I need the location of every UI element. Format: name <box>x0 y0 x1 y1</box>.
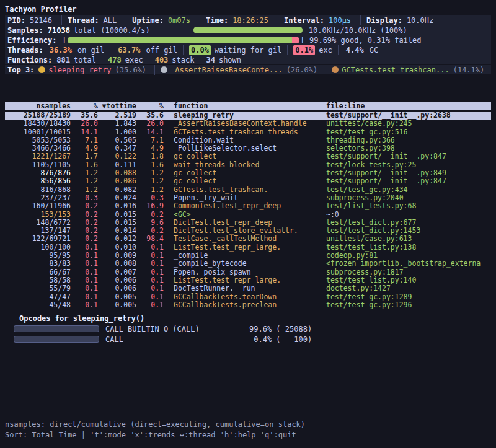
header-file-line[interactable]: file:line <box>326 102 491 110</box>
info-value: 52146 <box>30 15 52 25</box>
tottime-cell: 0.122 <box>98 152 136 160</box>
tottime-cell: 0.111 <box>98 161 136 169</box>
file-line-cell: test/lock_tests.py:25 <box>326 161 491 169</box>
function-table: nsamples % ▼tottime % function file:line… <box>5 102 491 309</box>
cumulative-percent-cell: 0.3 <box>136 194 164 202</box>
cumulative-percent-cell: 9.6 <box>136 219 164 227</box>
file-line-cell: test/test_gc.py:1296 <box>326 301 491 309</box>
function-table-header: nsamples % ▼tottime % function file:line <box>5 102 491 110</box>
table-row[interactable]: 1221/1267 1.7 0.122 1.8 gc_collect test/… <box>5 152 491 160</box>
file-line-cell: test/support/__init__.py:2638 <box>326 112 491 120</box>
table-row[interactable]: 83/83 0.1 0.008 0.1 _compile_bytecode <f… <box>5 260 491 268</box>
silver-medal-icon <box>161 66 167 73</box>
opcode-stat: 0.4% ( 100) <box>249 335 312 344</box>
samples-total-suffix: total (10000.4/s) <box>74 25 150 35</box>
function-count-label: total <box>74 55 96 65</box>
info-label: Time: <box>206 15 228 25</box>
table-row[interactable]: 137/147 0.2 0.014 0.2 DictTest.test_stor… <box>5 227 491 235</box>
table-row[interactable]: 148/6772 0.2 0.015 9.6 DictTest.test_rep… <box>5 219 491 227</box>
table-row[interactable]: 10001/10015 14.1 1.000 14.1 GCTests.test… <box>5 128 491 136</box>
top3-label: Top 3: <box>7 65 34 75</box>
header-percent[interactable]: % <box>71 102 98 110</box>
header-function[interactable]: function <box>164 102 326 110</box>
cumulative-percent-cell: 0.1 <box>136 244 164 252</box>
table-row[interactable]: 3466/3466 4.9 0.347 4.9 _PollLikeSelecto… <box>5 144 491 152</box>
nsamples-cell: 66/67 <box>5 268 71 276</box>
tottime-cell: 0.016 <box>98 202 136 210</box>
file-line-cell: ~:0 <box>326 211 491 219</box>
table-row[interactable]: 55/79 0.1 0.006 0.1 DocTestRunner.__run … <box>5 284 491 292</box>
table-row[interactable]: 45/48 0.1 0.005 0.1 GCCallbackTests.prec… <box>5 301 491 309</box>
functions-segments: 881 total 478 exec 403 stack 34 shown <box>56 55 241 65</box>
table-row[interactable]: 1105/1105 1.6 0.111 1.6 wait_threads_blo… <box>5 161 491 169</box>
nsamples-cell: 816/868 <box>5 186 71 194</box>
header-nsamples[interactable]: nsamples <box>5 102 71 110</box>
percent-cell: 0.1 <box>71 244 98 252</box>
file-line-cell: threading.py:366 <box>326 136 491 144</box>
table-row[interactable]: 47/47 0.1 0.005 0.1 GCCallbackTests.tear… <box>5 293 491 301</box>
nsamples-cell: 1221/1267 <box>5 152 71 160</box>
cumulative-percent-cell: 14.1 <box>136 128 164 136</box>
table-row[interactable]: 5053/5053 7.1 0.505 7.1 Condition.wait t… <box>5 136 491 144</box>
table-row[interactable]: 18430/18430 26.0 1.843 26.0 _AssertRaise… <box>5 120 491 128</box>
function-count-segment: 34 shown <box>200 55 241 65</box>
header-cumulative-percent[interactable]: % <box>136 102 164 110</box>
percent-cell: 0.2 <box>71 202 98 210</box>
top3-item[interactable]: _AssertRaisesBaseConte... (26.0%) <box>154 65 320 75</box>
table-row[interactable]: 95/95 0.1 0.009 0.1 _compile codeop.py:8… <box>5 252 491 260</box>
info-segment: Thread: ALL <box>61 15 120 25</box>
header-tottime-sorted[interactable]: ▼tottime <box>98 102 136 110</box>
threads-segments: 36.3% on gil 63.7% off gil 0.0% waiting … <box>48 45 378 55</box>
file-line-cell: test/test_list.py:138 <box>326 244 491 252</box>
samples-bar-row: Samples: 71038 total (10000.4/s) 10.0KHz… <box>5 25 491 35</box>
thread-stat-percent: 4.4% <box>344 45 366 55</box>
percent-cell: 0.1 <box>71 284 98 292</box>
function-cell: GCTests.test_trashcan_threads <box>164 128 326 136</box>
table-row[interactable]: 100/100 0.1 0.010 0.1 ListTest.test_repr… <box>5 244 491 252</box>
efficiency-failed-fill <box>292 37 298 43</box>
function-cell: Condition.wait <box>164 136 326 144</box>
efficiency-label: Efficiency: <box>7 35 56 45</box>
tottime-cell: 0.009 <box>98 252 136 260</box>
info-label: Uptime: <box>132 15 164 25</box>
table-row[interactable]: 876/876 1.2 0.088 1.2 gc_collect test/su… <box>5 169 491 177</box>
file-line-cell: test/support/__init__.py:847 <box>326 177 491 185</box>
table-row[interactable]: 153/153 0.2 0.015 0.2 <GC> ~:0 <box>5 211 491 219</box>
table-row[interactable]: 25188/25189 35.6 2.519 35.6 sleeping_ret… <box>5 112 491 120</box>
cumulative-percent-cell: 7.1 <box>136 136 164 144</box>
nsamples-cell: 237/237 <box>5 194 71 202</box>
info-value: 0m07s <box>168 15 190 25</box>
function-cell: TestCase._callTestMethod <box>164 235 326 243</box>
table-row[interactable]: 856/856 1.2 0.086 1.2 gc_collect test/su… <box>5 177 491 185</box>
file-line-cell: test/test_dict.py:677 <box>326 219 491 227</box>
table-row[interactable]: 237/237 0.3 0.024 0.3 Popen._try_wait su… <box>5 194 491 202</box>
file-line-cell: subprocess.py:1817 <box>326 268 491 276</box>
opcodes-section-title: Opcodes for sleeping_retry() <box>19 314 144 323</box>
top3-item[interactable]: GCTests.test_trashcan... (14.1%) <box>326 65 487 75</box>
nsamples-cell: 95/95 <box>5 252 71 260</box>
table-row[interactable]: 58/58 0.1 0.006 0.1 ListTest.test_repr_l… <box>5 276 491 284</box>
cumulative-percent-cell: 0.1 <box>136 301 164 309</box>
footer-legend: nsamples: direct/cumulative (direct=exec… <box>5 419 305 430</box>
functions-row: Functions: 881 total 478 exec 403 stack … <box>5 55 491 64</box>
percent-cell: 0.2 <box>71 219 98 227</box>
table-row[interactable]: 122/69721 0.2 0.012 98.4 TestCase._callT… <box>5 235 491 243</box>
cumulative-percent-cell: 0.1 <box>136 260 164 268</box>
top3-row: Top 3: sleeping_retry (35.6%) _AssertRai… <box>5 65 491 74</box>
table-row[interactable]: 66/67 0.1 0.007 0.1 Popen._posix_spawn s… <box>5 268 491 276</box>
table-row[interactable]: 160/11966 0.2 0.016 16.9 CommonTest.test… <box>5 202 491 210</box>
cumulative-percent-cell: 0.1 <box>136 268 164 276</box>
percent-cell: 0.2 <box>71 235 98 243</box>
info-value: 18:26:25 <box>232 15 268 25</box>
tottime-cell: 0.012 <box>98 235 136 243</box>
cumulative-percent-cell: 0.2 <box>136 211 164 219</box>
tottime-cell: 0.024 <box>98 194 136 202</box>
percent-cell: 14.1 <box>71 128 98 136</box>
percent-cell: 26.0 <box>71 120 98 128</box>
top3-item[interactable]: sleeping_retry (35.6%) <box>38 65 149 75</box>
info-segment: Interval: 100μs <box>278 15 355 25</box>
percent-cell: 0.1 <box>71 293 98 301</box>
table-row[interactable]: 816/868 1.2 0.082 1.2 GCTests.test_trash… <box>5 186 491 194</box>
function-cell: GCCallbackTests.preclean <box>164 301 326 309</box>
info-segment: Display: 10.0Hz <box>360 15 437 25</box>
